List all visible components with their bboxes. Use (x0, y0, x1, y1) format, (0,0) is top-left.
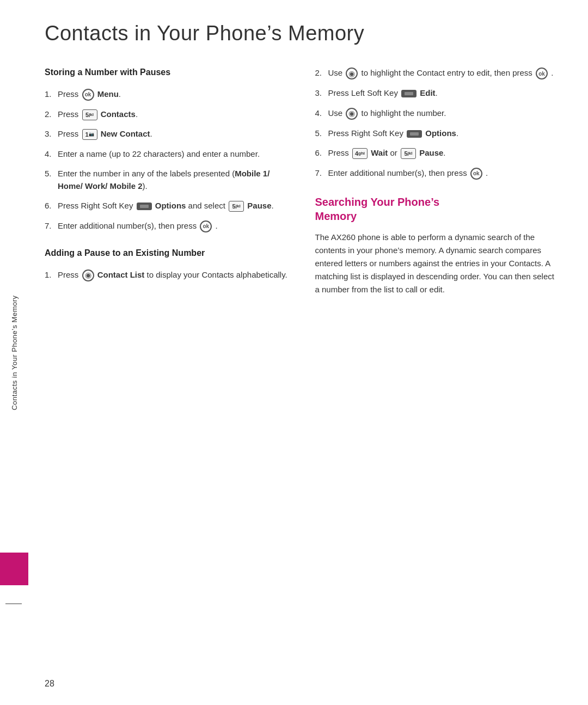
ok-icon2: ok (200, 220, 212, 232)
list-item: 4. Enter a name (up to 22 characters) an… (45, 148, 288, 161)
right-column: 2. Use ◉ to highlight the Contact entry … (315, 67, 559, 297)
ok-icon: ok (82, 89, 94, 101)
page-title: Contacts in Your Phone’s Memory (45, 22, 558, 45)
left-soft-key-icon (401, 90, 416, 97)
sidebar: Contacts in Your Phone’s Memory (0, 0, 28, 705)
sidebar-label: Contacts in Your Phone’s Memory (10, 295, 19, 410)
searching-paragraph: The AX260 phone is able to perform a dyn… (315, 231, 559, 296)
right-list: 2. Use ◉ to highlight the Contact entry … (315, 67, 559, 180)
list-item: 5. Press Right Soft Key Options. (315, 127, 559, 140)
list-item: 7. Enter additional number(s), then pres… (45, 220, 288, 232)
list-item: 2. Use ◉ to highlight the Contact entry … (315, 67, 559, 79)
searching-heading: Searching Your Phone’s Memory (315, 195, 559, 223)
sidebar-accent (0, 553, 28, 585)
ok-icon3: ok (536, 68, 548, 79)
list-item: 2. Press 5 jkl Contacts. (45, 108, 288, 121)
key-4ghi-icon: 4 ghi (352, 148, 367, 159)
list-item: 6. Press Right Soft Key Options and sele… (45, 200, 288, 212)
key-5jkl-icon: 5 jkl (82, 109, 97, 120)
left-column: Storing a Number with Pauses 1. Press ok… (45, 67, 288, 297)
list-item: 1. Press ◉ Contact List to display your … (45, 269, 288, 281)
key-5jkl-icon2: 5 jkl (229, 201, 244, 212)
right-soft-key-icon (137, 203, 152, 210)
nav-icon3: ◉ (346, 108, 358, 120)
list-item: 7. Enter additional number(s), then pres… (315, 167, 559, 180)
right-soft-key-icon2 (407, 130, 422, 138)
section2-list: 1. Press ◉ Contact List to display your … (45, 269, 288, 281)
sidebar-line (5, 603, 22, 604)
section1-heading: Storing a Number with Pauses (45, 67, 288, 78)
section1-list: 1. Press ok Menu. 2. Press 5 jkl Contact… (45, 88, 288, 232)
section2-heading: Adding a Pause to an Existing Number (45, 248, 288, 259)
page-container: Contacts in Your Phone’s Memory Contacts… (0, 0, 588, 705)
list-item: 6. Press 4 ghi Wait or 5 jkl Pause. (315, 147, 559, 160)
list-item: 4. Use ◉ to highlight the number. (315, 107, 559, 120)
list-item: 3. Press Left Soft Key Edit. (315, 87, 559, 100)
main-content: Contacts in Your Phone’s Memory Storing … (28, 0, 588, 705)
key-1-icon: 1 📷 (82, 129, 97, 140)
key-5jkl-icon3: 5 jkl (401, 148, 416, 159)
nav-icon: ◉ (82, 269, 94, 281)
nav-icon2: ◉ (346, 68, 358, 79)
list-item: 5. Enter the number in any of the labels… (45, 168, 288, 192)
list-item: 3. Press 1 📷 New Contact. (45, 128, 288, 140)
page-number: 28 (45, 679, 54, 689)
columns: Storing a Number with Pauses 1. Press ok… (45, 67, 558, 297)
ok-icon4: ok (470, 168, 482, 180)
list-item: 1. Press ok Menu. (45, 88, 288, 101)
